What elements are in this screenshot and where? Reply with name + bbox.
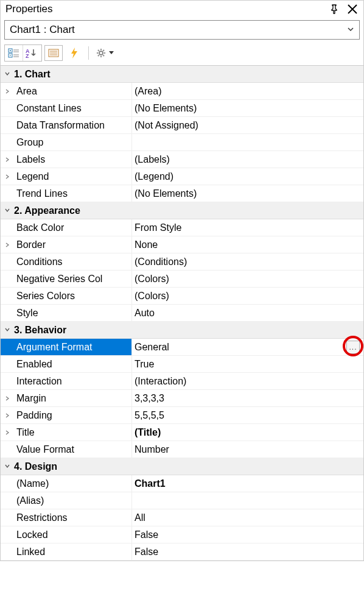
property-row[interactable]: Labels(Labels)	[1, 151, 363, 168]
property-row[interactable]: Series Colors(Colors)	[1, 288, 363, 305]
ellipsis-button[interactable]: ...	[346, 341, 360, 354]
property-name: Linked	[14, 543, 132, 560]
property-value[interactable]	[132, 134, 363, 150]
expand-spacer	[1, 253, 14, 270]
category-header[interactable]: 4. Design	[1, 458, 363, 475]
category-label: 1. Chart	[14, 69, 51, 80]
property-name: Data Transformation	[14, 117, 132, 133]
property-name: Legend	[14, 168, 132, 185]
property-value[interactable]: All	[132, 509, 363, 526]
object-selector-text: Chart1 : Chart	[10, 24, 347, 36]
property-row[interactable]: Legend(Legend)	[1, 168, 363, 185]
property-row[interactable]: Back ColorFrom Style	[1, 219, 363, 236]
expand-spacer	[1, 219, 14, 236]
property-value[interactable]: True	[132, 356, 363, 372]
property-row[interactable]: Group	[1, 134, 363, 151]
property-row[interactable]: Data Transformation(Not Assigned)	[1, 117, 363, 134]
expand-icon[interactable]	[1, 407, 14, 423]
property-value[interactable]: General...	[132, 339, 363, 355]
expand-icon[interactable]	[1, 83, 14, 99]
property-name: (Alias)	[14, 492, 132, 509]
events-button[interactable]	[65, 45, 83, 61]
property-value[interactable]: (Title)	[132, 424, 363, 441]
expand-icon[interactable]	[1, 390, 14, 406]
property-name: Negative Series Col	[14, 271, 132, 287]
property-value[interactable]: None	[132, 236, 363, 253]
category-header[interactable]: 2. Appearance	[1, 202, 363, 219]
category-header[interactable]: 3. Behavior	[1, 322, 363, 339]
expand-spacer	[1, 271, 14, 287]
property-value[interactable]: (Colors)	[132, 288, 363, 304]
expand-icon[interactable]	[1, 168, 14, 185]
property-value[interactable]: (Colors)	[132, 271, 363, 287]
property-value[interactable]: (No Elements)	[132, 100, 363, 116]
property-value[interactable]: 3,3,3,3	[132, 390, 363, 406]
property-name: Enabled	[14, 356, 132, 372]
property-value[interactable]	[132, 492, 363, 509]
property-row[interactable]: LinkedFalse	[1, 543, 363, 561]
property-row[interactable]: Constant Lines(No Elements)	[1, 100, 363, 117]
expand-icon[interactable]	[1, 236, 14, 253]
expand-spacer	[1, 373, 14, 389]
property-row[interactable]: Negative Series Col(Colors)	[1, 271, 363, 288]
property-value[interactable]: False	[132, 543, 363, 560]
property-value[interactable]: (Not Assigned)	[132, 117, 363, 133]
property-row[interactable]: EnabledTrue	[1, 356, 363, 373]
property-name: Area	[14, 83, 132, 99]
property-row[interactable]: Margin3,3,3,3	[1, 390, 363, 407]
property-row[interactable]: StyleAuto	[1, 305, 363, 322]
property-row[interactable]: Area(Area)	[1, 83, 363, 100]
property-value[interactable]: (Labels)	[132, 151, 363, 168]
property-value[interactable]: From Style	[132, 219, 363, 236]
collapse-icon[interactable]	[1, 463, 14, 470]
category-label: 2. Appearance	[14, 205, 80, 216]
property-value[interactable]: Chart1	[132, 475, 363, 492]
property-row[interactable]: RestrictionsAll	[1, 509, 363, 526]
property-value[interactable]: (Legend)	[132, 168, 363, 185]
svg-point-15	[99, 51, 103, 55]
property-row[interactable]: Trend Lines(No Elements)	[1, 185, 363, 202]
property-row[interactable]: (Name)Chart1	[1, 475, 363, 492]
property-value[interactable]: Auto	[132, 305, 363, 321]
category-label: 4. Design	[14, 461, 57, 472]
property-row[interactable]: Value FormatNumber	[1, 441, 363, 458]
property-value[interactable]: (Conditions)	[132, 253, 363, 270]
property-name: Conditions	[14, 253, 132, 270]
property-value[interactable]: (Area)	[132, 83, 363, 99]
property-row[interactable]: (Alias)	[1, 492, 363, 509]
property-value[interactable]: 5,5,5,5	[132, 407, 363, 423]
pin-icon[interactable]	[329, 4, 339, 14]
categorized-button[interactable]	[5, 45, 23, 61]
object-selector[interactable]: Chart1 : Chart	[4, 20, 360, 40]
property-row[interactable]: Title(Title)	[1, 424, 363, 441]
settings-button[interactable]	[94, 45, 116, 61]
property-row[interactable]: LockedFalse	[1, 526, 363, 543]
property-name: Border	[14, 236, 132, 253]
expand-spacer	[1, 475, 14, 492]
expand-icon[interactable]	[1, 151, 14, 168]
property-row[interactable]: Interaction(Interaction)	[1, 373, 363, 390]
property-name: Value Format	[14, 441, 132, 458]
property-name: Trend Lines	[14, 185, 132, 202]
property-name: Constant Lines	[14, 100, 132, 116]
expand-icon[interactable]	[1, 424, 14, 441]
property-value[interactable]: (No Elements)	[132, 185, 363, 202]
expand-spacer	[1, 185, 14, 202]
property-row[interactable]: Conditions(Conditions)	[1, 253, 363, 271]
alphabetical-button[interactable]: A Z	[23, 45, 41, 61]
property-value[interactable]: (Interaction)	[132, 373, 363, 389]
property-row[interactable]: BorderNone	[1, 236, 363, 253]
toolbar-divider	[88, 46, 89, 60]
category-header[interactable]: 1. Chart	[1, 66, 363, 83]
close-icon[interactable]	[346, 3, 359, 15]
property-row[interactable]: Argument FormatGeneral...	[1, 339, 363, 356]
property-name: Series Colors	[14, 288, 132, 304]
property-value[interactable]: False	[132, 526, 363, 543]
collapse-icon[interactable]	[1, 71, 14, 78]
property-name: Locked	[14, 526, 132, 543]
collapse-icon[interactable]	[1, 327, 14, 334]
property-pages-button[interactable]	[44, 45, 63, 61]
collapse-icon[interactable]	[1, 207, 14, 214]
property-row[interactable]: Padding5,5,5,5	[1, 407, 363, 424]
property-value[interactable]: Number	[132, 441, 363, 458]
